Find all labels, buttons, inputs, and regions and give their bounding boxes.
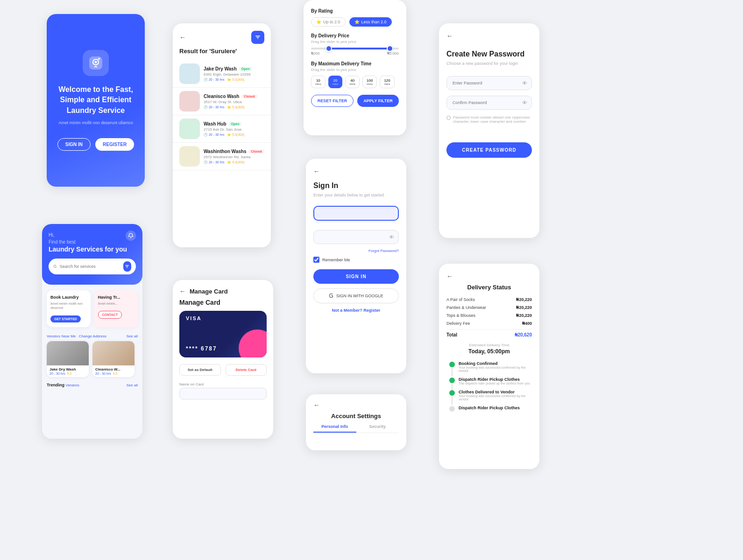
vendor1-name: Jake Dry Wash	[47, 365, 89, 372]
time-chips: 10mins20mins40mins100mins120mins	[311, 76, 399, 88]
enter-eye-icon[interactable]: 👁	[522, 80, 527, 86]
delivery-items: A Pair of Socks₦20,220Panties & Underwea…	[446, 297, 532, 326]
total-price: ₦20,620	[515, 332, 532, 337]
home-header: Hi, Find the best Laundry Services for y…	[42, 224, 142, 285]
result-title: Result for 'Surulere'	[173, 48, 271, 60]
delivery-back-button[interactable]: ←	[446, 273, 453, 280]
signin-screen: ← Sign In Enter your details below to ge…	[306, 159, 406, 373]
google-signin-button[interactable]: G SIGN IN WITH GOOGLE	[313, 288, 399, 303]
create-password-button[interactable]: CREATE PASSWORD	[446, 142, 532, 158]
register-row: Not a Member? Register	[313, 308, 399, 313]
register-button[interactable]: REGISTER	[95, 138, 134, 151]
signin-button[interactable]: SIGN IN	[57, 138, 91, 151]
book-laundry-card: Book Laundry Amet minim mollit non deser…	[47, 290, 91, 327]
hi-text: Hi,	[49, 232, 136, 238]
password-back-button[interactable]: ←	[446, 32, 453, 40]
notification-icon[interactable]	[126, 231, 136, 241]
password-input-row: 👁	[313, 230, 399, 244]
name-on-card-input[interactable]	[179, 388, 267, 399]
book-laundry-sub: Amet minim mollit non deserunt	[50, 301, 87, 310]
est-delivery-time: Today, 05:00pm	[446, 348, 532, 355]
delivery-status-screen: ← Delivery Status A Pair of Socks₦20,220…	[439, 264, 539, 469]
create-password-screen: ← Create New Password Choose a new passw…	[439, 23, 539, 238]
filter-screen: By Rating ⭐Up to 2.0 ⭐Less than 2.0 By D…	[304, 0, 406, 135]
contact-button[interactable]: CONTACT	[98, 311, 122, 319]
signin-back-button[interactable]: ←	[313, 168, 320, 175]
time-chip-100[interactable]: 100mins	[362, 76, 377, 88]
manage-card-section-title: Manage Card	[173, 297, 273, 311]
home-cards-row: Book Laundry Amet minim mollit non deser…	[42, 285, 142, 330]
svg-rect-6	[125, 265, 129, 266]
google-icon: G	[329, 293, 333, 299]
home-laundry-title: Laundry Services for you	[49, 245, 136, 253]
vendors-see-all[interactable]: See all	[127, 334, 138, 338]
rating-row: ⭐Up to 2.0 ⭐Less than 2.0	[311, 17, 399, 27]
vendor1-meta: 20 - 30 hrs 5.0	[47, 372, 89, 377]
vendor-cards-row: Jake Dry Wash 20 - 30 hrs 5.0 Cleanisco …	[42, 340, 142, 381]
price-sub: Drag the slider to pick price	[311, 40, 399, 44]
delivery-item-1: Panties & Underwear₦20,220	[446, 305, 532, 310]
svg-point-2	[95, 61, 97, 63]
time-chip-20[interactable]: 20mins	[328, 76, 343, 88]
account-settings-screen: ← Account Settings Personal Info Securit…	[306, 394, 406, 450]
search-filter-btn[interactable]	[123, 261, 131, 272]
price-slider[interactable]	[311, 48, 399, 49]
tab-personal-info[interactable]: Personal Info	[313, 424, 356, 433]
account-back-button[interactable]: ←	[313, 401, 320, 409]
card-actions: Set as Default Delete Card	[173, 364, 273, 382]
search-header: ←	[173, 23, 271, 48]
forgot-password-link[interactable]: Forgot Password?	[313, 249, 399, 253]
trending-label: Trending Vendors	[47, 383, 79, 387]
tab-security[interactable]: Security	[356, 424, 399, 433]
vendor-card-1: Jake Dry Wash 20 - 30 hrs 5.0	[47, 341, 89, 377]
confirm-eye-icon[interactable]: 👁	[522, 100, 527, 105]
svg-rect-7	[126, 266, 128, 267]
signin-subtitle: Enter your details below to get started	[313, 193, 399, 197]
apply-filter-button[interactable]: APPLY FILTER	[357, 95, 399, 107]
delivery-item-0: A Pair of Socks₦20,220	[446, 297, 532, 302]
register-link[interactable]: Register	[363, 308, 380, 313]
rating-chip-less-than[interactable]: ⭐Less than 2.0	[349, 17, 392, 27]
delivery-title: Delivery Status	[446, 284, 532, 291]
search-input[interactable]	[60, 264, 120, 269]
email-input-row	[313, 206, 399, 225]
email-input[interactable]	[313, 206, 399, 221]
manage-card-back-button[interactable]: ←	[179, 287, 186, 295]
having-trouble-card: Having Tr... Amet minim... CONTACT	[94, 290, 138, 327]
remember-checkbox[interactable]	[313, 257, 319, 263]
time-chip-10[interactable]: 10mins	[311, 76, 326, 88]
password-eye-icon[interactable]: 👁	[389, 234, 394, 240]
delete-card-button[interactable]: Delete Card	[226, 364, 267, 376]
confirm-password-row: 👁	[446, 96, 532, 110]
time-chip-120[interactable]: 120mins	[380, 76, 394, 88]
get-started-button[interactable]: GET STARTED	[50, 315, 81, 322]
set-default-button[interactable]: Set as Default	[179, 364, 221, 376]
book-laundry-title: Book Laundry	[50, 295, 87, 300]
welcome-buttons: SIGN IN REGISTER	[57, 138, 134, 151]
shop-item-0[interactable]: Jake Dry Wash Open 6391 Elgin, Delaware …	[173, 60, 271, 88]
svg-point-5	[54, 265, 56, 267]
welcome-title: Welcome to the Fast, Simple and Efficien…	[55, 84, 136, 116]
price-labels: ₦200 ₦2,000	[311, 51, 399, 56]
shop-item-1[interactable]: Cleanisco Wash Closed 3517 W. Gray St. U…	[173, 88, 271, 115]
hint-circle-icon	[446, 116, 451, 120]
shop-list: Jake Dry Wash Open 6391 Elgin, Delaware …	[173, 60, 271, 170]
password-input[interactable]	[313, 230, 399, 244]
welcome-screen: Welcome to the Fast, Simple and Efficien…	[47, 14, 145, 187]
rating-chip-up-to[interactable]: ⭐Up to 2.0	[311, 17, 346, 27]
time-sub: Drag the slider to pick price	[311, 68, 399, 72]
reset-filter-button[interactable]: RESET FILTER	[311, 95, 354, 107]
time-chip-40[interactable]: 40mins	[345, 76, 360, 88]
signin-main-button[interactable]: SIGN IN	[313, 269, 399, 284]
search-back-button[interactable]: ←	[179, 34, 186, 41]
shop-item-2[interactable]: Wash Hub Open 2715 Ash Dr. San Jose 🕐 20…	[173, 115, 271, 143]
vendor2-name: Cleanisco W...	[92, 365, 134, 372]
trending-see-all[interactable]: See all	[127, 383, 138, 387]
enter-password-input[interactable]	[446, 76, 532, 90]
confirm-password-input[interactable]	[446, 96, 532, 110]
visa-label: VISA	[186, 315, 202, 321]
trending-row: Trending Vendors See all	[42, 381, 142, 389]
shop-item-3[interactable]: Washinthon Washs Closed 2972 Westheimer …	[173, 143, 271, 170]
search-filter-button[interactable]	[251, 31, 264, 44]
price-label: By Delivery Price	[311, 33, 399, 38]
